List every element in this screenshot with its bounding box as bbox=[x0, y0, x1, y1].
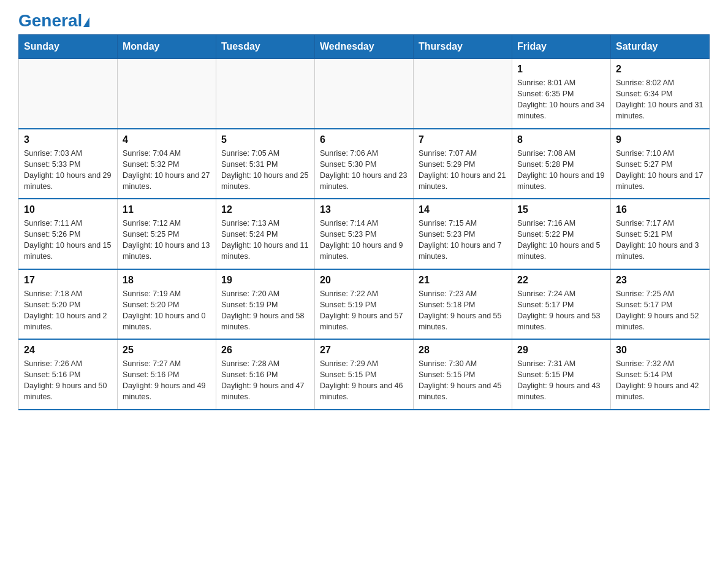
calendar-cell bbox=[216, 59, 315, 129]
calendar-cell: 3Sunrise: 7:03 AM Sunset: 5:33 PM Daylig… bbox=[19, 129, 118, 199]
day-info: Sunrise: 7:13 AM Sunset: 5:24 PM Dayligh… bbox=[221, 218, 309, 262]
day-number: 16 bbox=[616, 204, 704, 215]
calendar-week-2: 3Sunrise: 7:03 AM Sunset: 5:33 PM Daylig… bbox=[19, 129, 710, 199]
calendar-cell: 30Sunrise: 7:32 AM Sunset: 5:14 PM Dayli… bbox=[611, 339, 710, 410]
day-info: Sunrise: 8:02 AM Sunset: 6:34 PM Dayligh… bbox=[616, 77, 704, 122]
calendar-cell bbox=[118, 59, 216, 129]
calendar-cell: 28Sunrise: 7:30 AM Sunset: 5:15 PM Dayli… bbox=[414, 339, 512, 410]
calendar-cell: 20Sunrise: 7:22 AM Sunset: 5:19 PM Dayli… bbox=[315, 269, 414, 340]
day-header-friday: Friday bbox=[512, 35, 611, 59]
day-info: Sunrise: 7:20 AM Sunset: 5:19 PM Dayligh… bbox=[221, 288, 309, 333]
day-number: 14 bbox=[419, 204, 507, 215]
calendar-cell: 22Sunrise: 7:24 AM Sunset: 5:17 PM Dayli… bbox=[512, 269, 611, 340]
calendar-cell bbox=[19, 59, 118, 129]
logo: General bbox=[18, 12, 89, 28]
calendar-cell: 10Sunrise: 7:11 AM Sunset: 5:26 PM Dayli… bbox=[19, 199, 118, 269]
day-number: 18 bbox=[123, 275, 211, 286]
day-info: Sunrise: 7:22 AM Sunset: 5:19 PM Dayligh… bbox=[320, 288, 408, 333]
day-info: Sunrise: 7:26 AM Sunset: 5:16 PM Dayligh… bbox=[24, 358, 112, 403]
calendar-cell: 1Sunrise: 8:01 AM Sunset: 6:35 PM Daylig… bbox=[512, 59, 611, 129]
calendar-week-1: 1Sunrise: 8:01 AM Sunset: 6:35 PM Daylig… bbox=[19, 59, 710, 129]
day-info: Sunrise: 7:17 AM Sunset: 5:21 PM Dayligh… bbox=[616, 218, 704, 262]
day-number: 15 bbox=[517, 204, 605, 215]
day-info: Sunrise: 7:15 AM Sunset: 5:23 PM Dayligh… bbox=[419, 218, 507, 262]
day-info: Sunrise: 7:19 AM Sunset: 5:20 PM Dayligh… bbox=[123, 288, 211, 333]
day-number: 8 bbox=[517, 134, 605, 145]
day-number: 3 bbox=[24, 134, 112, 145]
calendar-header-row: SundayMondayTuesdayWednesdayThursdayFrid… bbox=[19, 35, 710, 59]
day-number: 11 bbox=[123, 204, 211, 215]
calendar-cell: 18Sunrise: 7:19 AM Sunset: 5:20 PM Dayli… bbox=[118, 269, 216, 340]
calendar-cell: 4Sunrise: 7:04 AM Sunset: 5:32 PM Daylig… bbox=[118, 129, 216, 199]
calendar-cell: 26Sunrise: 7:28 AM Sunset: 5:16 PM Dayli… bbox=[216, 339, 315, 410]
day-info: Sunrise: 7:18 AM Sunset: 5:20 PM Dayligh… bbox=[24, 288, 112, 333]
day-number: 24 bbox=[24, 345, 112, 356]
day-number: 1 bbox=[517, 64, 605, 75]
day-header-monday: Monday bbox=[118, 35, 216, 59]
day-number: 5 bbox=[221, 134, 309, 145]
calendar-cell: 16Sunrise: 7:17 AM Sunset: 5:21 PM Dayli… bbox=[611, 199, 710, 269]
day-number: 25 bbox=[123, 345, 211, 356]
calendar-cell: 2Sunrise: 8:02 AM Sunset: 6:34 PM Daylig… bbox=[611, 59, 710, 129]
calendar-week-4: 17Sunrise: 7:18 AM Sunset: 5:20 PM Dayli… bbox=[19, 269, 710, 340]
day-info: Sunrise: 7:06 AM Sunset: 5:30 PM Dayligh… bbox=[320, 148, 408, 193]
day-info: Sunrise: 7:08 AM Sunset: 5:28 PM Dayligh… bbox=[517, 148, 605, 193]
calendar-cell: 11Sunrise: 7:12 AM Sunset: 5:25 PM Dayli… bbox=[118, 199, 216, 269]
day-number: 27 bbox=[320, 345, 408, 356]
page-header: General bbox=[18, 12, 710, 28]
day-number: 10 bbox=[24, 204, 112, 215]
day-info: Sunrise: 7:10 AM Sunset: 5:27 PM Dayligh… bbox=[616, 148, 704, 193]
calendar-cell: 29Sunrise: 7:31 AM Sunset: 5:15 PM Dayli… bbox=[512, 339, 611, 410]
calendar-cell: 25Sunrise: 7:27 AM Sunset: 5:16 PM Dayli… bbox=[118, 339, 216, 410]
day-header-saturday: Saturday bbox=[611, 35, 710, 59]
day-info: Sunrise: 7:31 AM Sunset: 5:15 PM Dayligh… bbox=[517, 358, 605, 403]
day-number: 22 bbox=[517, 275, 605, 286]
day-number: 2 bbox=[616, 64, 704, 75]
calendar-cell: 19Sunrise: 7:20 AM Sunset: 5:19 PM Dayli… bbox=[216, 269, 315, 340]
calendar-cell: 27Sunrise: 7:29 AM Sunset: 5:15 PM Dayli… bbox=[315, 339, 414, 410]
calendar-cell: 12Sunrise: 7:13 AM Sunset: 5:24 PM Dayli… bbox=[216, 199, 315, 269]
calendar-cell: 14Sunrise: 7:15 AM Sunset: 5:23 PM Dayli… bbox=[414, 199, 512, 269]
day-info: Sunrise: 7:25 AM Sunset: 5:17 PM Dayligh… bbox=[616, 288, 704, 333]
day-header-tuesday: Tuesday bbox=[216, 35, 315, 59]
day-number: 21 bbox=[419, 275, 507, 286]
day-info: Sunrise: 7:28 AM Sunset: 5:16 PM Dayligh… bbox=[221, 358, 309, 403]
calendar-table: SundayMondayTuesdayWednesdayThursdayFrid… bbox=[18, 34, 710, 410]
day-info: Sunrise: 7:07 AM Sunset: 5:29 PM Dayligh… bbox=[419, 148, 507, 193]
day-number: 17 bbox=[24, 275, 112, 286]
calendar-cell bbox=[414, 59, 512, 129]
calendar-cell: 8Sunrise: 7:08 AM Sunset: 5:28 PM Daylig… bbox=[512, 129, 611, 199]
calendar-cell: 15Sunrise: 7:16 AM Sunset: 5:22 PM Dayli… bbox=[512, 199, 611, 269]
calendar-cell: 21Sunrise: 7:23 AM Sunset: 5:18 PM Dayli… bbox=[414, 269, 512, 340]
day-info: Sunrise: 7:30 AM Sunset: 5:15 PM Dayligh… bbox=[419, 358, 507, 403]
day-info: Sunrise: 7:29 AM Sunset: 5:15 PM Dayligh… bbox=[320, 358, 408, 403]
day-info: Sunrise: 7:16 AM Sunset: 5:22 PM Dayligh… bbox=[517, 218, 605, 262]
day-header-sunday: Sunday bbox=[19, 35, 118, 59]
calendar-cell: 24Sunrise: 7:26 AM Sunset: 5:16 PM Dayli… bbox=[19, 339, 118, 410]
day-info: Sunrise: 7:24 AM Sunset: 5:17 PM Dayligh… bbox=[517, 288, 605, 333]
day-header-wednesday: Wednesday bbox=[315, 35, 414, 59]
day-number: 26 bbox=[221, 345, 309, 356]
day-number: 6 bbox=[320, 134, 408, 145]
day-info: Sunrise: 7:12 AM Sunset: 5:25 PM Dayligh… bbox=[123, 218, 211, 262]
day-number: 29 bbox=[517, 345, 605, 356]
calendar-cell: 6Sunrise: 7:06 AM Sunset: 5:30 PM Daylig… bbox=[315, 129, 414, 199]
calendar-cell: 13Sunrise: 7:14 AM Sunset: 5:23 PM Dayli… bbox=[315, 199, 414, 269]
day-number: 30 bbox=[616, 345, 704, 356]
day-number: 4 bbox=[123, 134, 211, 145]
day-number: 9 bbox=[616, 134, 704, 145]
calendar-week-5: 24Sunrise: 7:26 AM Sunset: 5:16 PM Dayli… bbox=[19, 339, 710, 410]
calendar-cell: 17Sunrise: 7:18 AM Sunset: 5:20 PM Dayli… bbox=[19, 269, 118, 340]
day-info: Sunrise: 7:27 AM Sunset: 5:16 PM Dayligh… bbox=[123, 358, 211, 403]
day-number: 7 bbox=[419, 134, 507, 145]
day-info: Sunrise: 7:03 AM Sunset: 5:33 PM Dayligh… bbox=[24, 148, 112, 193]
day-number: 19 bbox=[221, 275, 309, 286]
day-header-thursday: Thursday bbox=[414, 35, 512, 59]
day-number: 20 bbox=[320, 275, 408, 286]
day-info: Sunrise: 7:05 AM Sunset: 5:31 PM Dayligh… bbox=[221, 148, 309, 193]
day-info: Sunrise: 7:04 AM Sunset: 5:32 PM Dayligh… bbox=[123, 148, 211, 193]
day-number: 13 bbox=[320, 204, 408, 215]
calendar-cell: 7Sunrise: 7:07 AM Sunset: 5:29 PM Daylig… bbox=[414, 129, 512, 199]
calendar-week-3: 10Sunrise: 7:11 AM Sunset: 5:26 PM Dayli… bbox=[19, 199, 710, 269]
logo-triangle-icon bbox=[83, 17, 89, 27]
